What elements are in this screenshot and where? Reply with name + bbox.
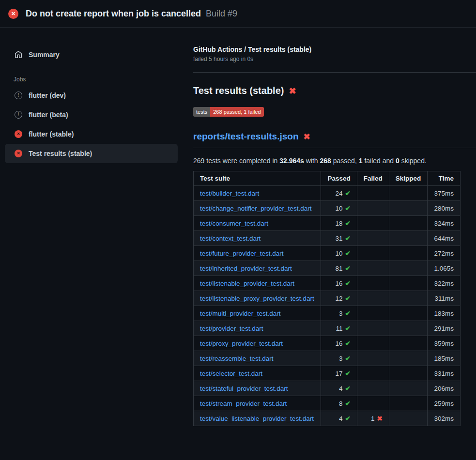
- failed-cell: [357, 366, 389, 381]
- breadcrumb: GitHub Actions / Test results (stable): [193, 46, 476, 53]
- passed-cell: 10✔: [321, 246, 357, 261]
- table-row: test/proxy_provider_test.dart16✔359ms: [194, 336, 461, 351]
- sidebar-item-test-results-stable[interactable]: ✕Test results (stable): [5, 144, 178, 163]
- test-suite-link[interactable]: test/listenable_provider_test.dart: [200, 280, 294, 287]
- passed-cell: 12✔: [321, 291, 357, 306]
- suite-cell: test/stream_provider_test.dart: [194, 396, 321, 411]
- time-cell: 359ms: [428, 336, 461, 351]
- failed-cell: [357, 276, 389, 291]
- failed-cell: [357, 216, 389, 231]
- badge-label: tests: [193, 107, 210, 117]
- table-row: test/consumer_test.dart18✔324ms: [194, 216, 461, 231]
- check-icon: ✔: [345, 355, 350, 362]
- test-suite-link[interactable]: test/provider_test.dart: [200, 325, 263, 332]
- sidebar-item-flutter-stable[interactable]: ✕flutter (stable): [5, 124, 178, 144]
- skipped-cell: [389, 246, 428, 261]
- report-file-link[interactable]: reports/test-results.json: [193, 131, 299, 142]
- check-icon: ✔: [345, 280, 350, 287]
- test-suite-link[interactable]: test/change_notifier_provider_test.dart: [200, 205, 311, 212]
- test-suite-link[interactable]: test/reassemble_test.dart: [200, 355, 274, 362]
- time-cell: 302ms: [428, 411, 461, 426]
- results-table: Test suitePassedFailedSkippedTime test/b…: [193, 171, 461, 426]
- column-header: Passed: [321, 171, 357, 186]
- suite-cell: test/proxy_provider_test.dart: [194, 336, 321, 351]
- x-icon: ✖: [377, 415, 383, 422]
- sidebar-item-label: flutter (beta): [29, 111, 68, 119]
- skipped-cell: [389, 276, 428, 291]
- table-row: test/reassemble_test.dart3✔185ms: [194, 351, 461, 366]
- time-cell: 375ms: [428, 186, 461, 201]
- passed-cell: 11✔: [321, 321, 357, 336]
- skipped-cell: [389, 396, 428, 411]
- x-icon: ✖: [304, 132, 310, 142]
- time-cell: 259ms: [428, 396, 461, 411]
- test-suite-link[interactable]: test/stream_provider_test.dart: [200, 400, 287, 407]
- test-suite-link[interactable]: test/inherited_provider_test.dart: [200, 265, 292, 272]
- failed-cell: [357, 261, 389, 276]
- test-suite-link[interactable]: test/builder_test.dart: [200, 190, 259, 197]
- test-suite-link[interactable]: test/value_listenable_provider_test.dart: [200, 415, 314, 422]
- column-header: Time: [428, 171, 461, 186]
- page-title: Do not create report when job is cancell…: [26, 9, 237, 19]
- table-row: test/value_listenable_provider_test.dart…: [194, 411, 461, 426]
- summary-text: 269 tests were completed in: [193, 157, 279, 165]
- skipped-cell: [389, 261, 428, 276]
- time-cell: 185ms: [428, 351, 461, 366]
- sidebar-item-flutter-dev[interactable]: !flutter (dev): [5, 86, 178, 105]
- section-title: Test results (stable): [193, 85, 284, 96]
- test-suite-link[interactable]: test/future_provider_test.dart: [200, 250, 284, 257]
- passed-cell: 31✔: [321, 231, 357, 246]
- skipped-cell: [389, 381, 428, 396]
- summary-text: with: [304, 157, 320, 165]
- suite-cell: test/listenable_provider_test.dart: [194, 276, 321, 291]
- time-cell: 644ms: [428, 231, 461, 246]
- check-icon: ✔: [345, 190, 350, 197]
- test-suite-link[interactable]: test/consumer_test.dart: [200, 220, 268, 227]
- sidebar-item-label: flutter (stable): [29, 130, 74, 138]
- check-icon: ✔: [345, 220, 350, 227]
- check-icon: ✔: [345, 400, 350, 407]
- test-suite-link[interactable]: test/listenable_proxy_provider_test.dart: [200, 295, 314, 302]
- skipped-cell: [389, 201, 428, 216]
- failed-cell: [357, 336, 389, 351]
- sidebar-item-summary[interactable]: Summary: [5, 45, 178, 64]
- summary-passed-count: 268: [320, 157, 331, 165]
- summary-text: passed,: [331, 157, 359, 165]
- table-row: test/stream_provider_test.dart8✔259ms: [194, 396, 461, 411]
- suite-cell: test/reassemble_test.dart: [194, 351, 321, 366]
- column-header: Skipped: [389, 171, 428, 186]
- section-heading: Test results (stable) ✖: [193, 85, 476, 96]
- passed-cell: 4✔: [321, 411, 357, 426]
- table-row: test/selector_test.dart17✔331ms: [194, 366, 461, 381]
- test-suite-link[interactable]: test/stateful_provider_test.dart: [200, 385, 288, 392]
- check-icon: ✔: [345, 205, 350, 212]
- jobs-list: !flutter (dev)!flutter (beta)✕flutter (s…: [5, 86, 178, 163]
- suite-cell: test/listenable_proxy_provider_test.dart: [194, 291, 321, 306]
- time-cell: 291ms: [428, 321, 461, 336]
- time-cell: 322ms: [428, 276, 461, 291]
- suite-cell: test/stateful_provider_test.dart: [194, 381, 321, 396]
- test-suite-link[interactable]: test/proxy_provider_test.dart: [200, 340, 283, 347]
- test-suite-link[interactable]: test/context_test.dart: [200, 235, 261, 242]
- passed-cell: 10✔: [321, 201, 357, 216]
- summary-failed-count: 1: [359, 157, 363, 165]
- check-icon: ✔: [345, 325, 350, 332]
- sidebar-item-flutter-beta[interactable]: !flutter (beta): [5, 105, 178, 124]
- check-icon: ✔: [345, 235, 350, 242]
- passed-cell: 17✔: [321, 366, 357, 381]
- skipped-cell: [389, 336, 428, 351]
- check-icon: ✔: [345, 340, 350, 347]
- failed-cell: [357, 201, 389, 216]
- table-row: test/listenable_proxy_provider_test.dart…: [194, 291, 461, 306]
- check-icon: ✔: [345, 385, 350, 392]
- test-suite-link[interactable]: test/selector_test.dart: [200, 370, 262, 377]
- main-content: GitHub Actions / Test results (stable) f…: [185, 28, 476, 426]
- passed-cell: 4✔: [321, 381, 357, 396]
- failed-cell: [357, 381, 389, 396]
- neutral-status-icon: !: [15, 92, 22, 99]
- time-cell: 272ms: [428, 246, 461, 261]
- check-icon: ✔: [345, 265, 350, 272]
- failed-cell: [357, 291, 389, 306]
- time-cell: 1.065s: [428, 261, 461, 276]
- test-suite-link[interactable]: test/multi_provider_test.dart: [200, 310, 281, 317]
